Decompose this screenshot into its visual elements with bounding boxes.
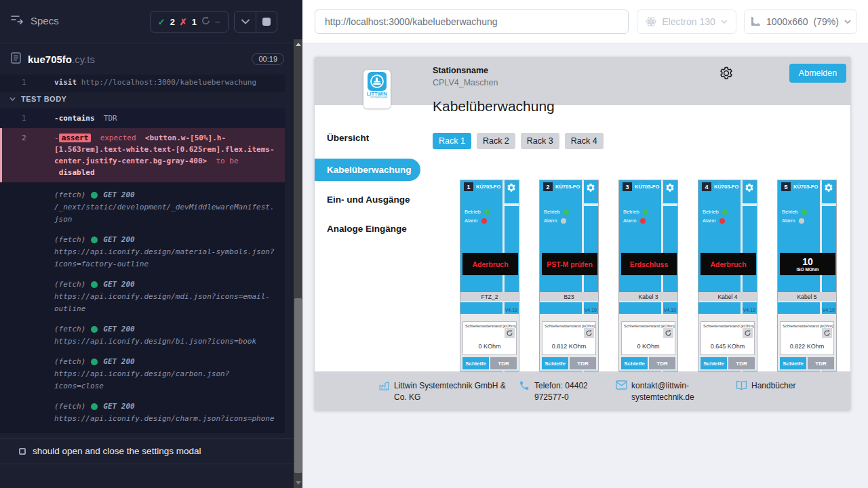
- fetch-log-row[interactable]: (fetch)GET 200/_next/static/development/…: [0, 189, 285, 234]
- footer-item-book[interactable]: Handbücher: [736, 380, 795, 392]
- fetch-log-row[interactable]: (fetch)GET 200https://api.iconify.design…: [0, 323, 285, 356]
- collapse-button[interactable]: [235, 12, 256, 32]
- firmware-version: V4.19: [743, 308, 755, 312]
- fetch-log-row[interactable]: (fetch)GET 200https://api.iconify.design…: [0, 356, 285, 401]
- resistance-value: 0.645 KOhm: [701, 343, 754, 350]
- specs-title[interactable]: Specs: [11, 14, 59, 27]
- schleife-button[interactable]: Schleife: [621, 357, 648, 369]
- card-model-label: KÜ705-FO: [555, 184, 580, 190]
- cable-name-bar: B23: [540, 292, 598, 301]
- app-footer: Littwin Systemtechnik GmbH & Co. KGTelef…: [315, 371, 850, 410]
- visit-url: http://localhost:3000/kabelueberwachung: [81, 78, 256, 87]
- betrieb-led-row: Betrieb: [544, 209, 569, 215]
- rack-tab-2[interactable]: Rack 2: [477, 133, 515, 149]
- betrieb-led: [564, 209, 569, 215]
- test-body-header[interactable]: TEST BODY: [0, 95, 66, 103]
- line-number: 1: [22, 77, 26, 88]
- browser-select[interactable]: Electron 130: [637, 9, 736, 34]
- failed-x-icon: ✗: [180, 17, 187, 27]
- pending-test-title: should open and close the settings modal: [33, 446, 201, 456]
- viewport-select[interactable]: 1000x660 (79%): [744, 9, 857, 34]
- nav-item-kabel-berwachung[interactable]: Kabelüberwachung: [315, 159, 420, 181]
- rack-tab-3[interactable]: Rack 3: [521, 133, 559, 149]
- rack-tab-1[interactable]: Rack 1: [433, 133, 471, 149]
- footer-text: Handbücher: [751, 380, 795, 392]
- scroll-down-arrow[interactable]: [296, 481, 301, 485]
- settings-gear-icon[interactable]: [718, 65, 734, 81]
- assert-expected: expected: [100, 134, 136, 142]
- tdr-button[interactable]: TDR: [490, 357, 517, 369]
- betrieb-led-row: Betrieb: [782, 209, 807, 215]
- module-card: 2 KÜ705-FO Betrieb Alarm PST-M prüfen B2…: [539, 180, 599, 371]
- fetch-log-row[interactable]: (fetch)GET 200https://api.iconify.design…: [0, 234, 285, 279]
- cable-name-bar: FTZ_2: [460, 292, 519, 301]
- fetch-log-row[interactable]: (fetch)GET 200https://api.iconify.design…: [0, 279, 285, 323]
- alarm-label: Alarm: [465, 218, 478, 224]
- pending-test-row[interactable]: should open and close the settings modal: [0, 439, 294, 464]
- assert-state: disabled: [59, 168, 95, 177]
- fetch-log-row[interactable]: (fetch)GET 200https://api.iconify.design…: [0, 401, 285, 433]
- tdr-button[interactable]: TDR: [570, 357, 596, 369]
- refresh-icon[interactable]: [505, 328, 515, 338]
- resistance-value: 0.822 KOhm: [781, 343, 833, 350]
- tdr-button[interactable]: TDR: [649, 357, 675, 369]
- viewport-zoom: (79%): [814, 16, 839, 27]
- refresh-icon[interactable]: [822, 328, 832, 338]
- browser-name: Electron 130: [662, 16, 715, 27]
- chevron-down-icon: [721, 20, 728, 24]
- card-gear-icon[interactable]: [665, 182, 675, 193]
- resistance-label: Schleifenwiderstand [kOhm]: [622, 322, 675, 328]
- specs-menu-icon[interactable]: [11, 14, 24, 27]
- alarm-label: Alarm: [623, 218, 637, 224]
- betrieb-label: Betrieb: [782, 209, 798, 215]
- schleife-button[interactable]: Schleife: [462, 357, 489, 369]
- resistance-box: Schleifenwiderstand [kOhm] 0.812 KOhm: [542, 321, 596, 355]
- scroll-up-arrow[interactable]: [296, 43, 301, 46]
- scrollbar-thumb[interactable]: [294, 298, 302, 473]
- module-card: 4 KÜ705-FO Betrieb Alarm Aderbruch Kabel…: [698, 180, 757, 371]
- runner-scrollbar[interactable]: [294, 39, 302, 488]
- contains-command-row[interactable]: 1 -contains TDR: [0, 108, 285, 128]
- tdr-button[interactable]: TDR: [808, 357, 834, 369]
- cable-name-bar: Kabel 4: [698, 292, 757, 301]
- schleife-button[interactable]: Schleife: [542, 357, 568, 369]
- assert-failed-row[interactable]: 2 -assert expected <button.w-[50%].h-[1.…: [0, 128, 285, 182]
- tdr-button[interactable]: TDR: [728, 357, 755, 369]
- schleife-button[interactable]: Schleife: [701, 357, 727, 369]
- viewport-size: 1000x660: [766, 16, 808, 27]
- alarm-led-row: Alarm: [623, 218, 646, 224]
- firmware-version: V4.19: [823, 308, 835, 312]
- cable-name-bar: Kabel 3: [619, 292, 677, 301]
- email-icon: [616, 380, 627, 392]
- card-number-badge: 1: [464, 182, 473, 191]
- failed-count: 1: [192, 17, 197, 27]
- betrieb-led-row: Betrieb: [703, 209, 728, 215]
- alarm-label: Alarm: [703, 218, 716, 224]
- refresh-icon[interactable]: [663, 328, 673, 338]
- fetch-status: GET 200: [103, 401, 134, 413]
- nav-item-ein-und-ausg-nge[interactable]: Ein- und Ausgänge: [315, 189, 420, 210]
- fetch-label: (fetch): [54, 189, 85, 201]
- alarm-led-row: Alarm: [465, 218, 487, 224]
- logout-button[interactable]: Abmelden: [789, 64, 846, 83]
- nav-item-analoge-eing-nge[interactable]: Analoge Eingänge: [315, 218, 420, 239]
- card-gear-icon[interactable]: [744, 182, 755, 193]
- card-gear-icon[interactable]: [506, 182, 517, 193]
- refresh-icon[interactable]: [743, 328, 753, 338]
- card-gear-icon[interactable]: [585, 182, 596, 193]
- url-input[interactable]: [315, 9, 629, 34]
- resistance-box: Schleifenwiderstand [kOhm] 0 KOhm: [621, 321, 675, 355]
- nav-item--bersicht[interactable]: Übersicht: [315, 127, 420, 148]
- visit-command-row[interactable]: 1 visit http://localhost:3000/kabelueber…: [0, 77, 285, 88]
- schleife-button[interactable]: Schleife: [780, 357, 806, 369]
- resistance-label: Schleifenwiderstand [kOhm]: [542, 322, 595, 328]
- betrieb-led: [643, 209, 648, 215]
- alarm-label: Alarm: [782, 218, 795, 224]
- refresh-icon[interactable]: [584, 328, 594, 338]
- spec-file-row[interactable]: kue705fo.cy.ts 00:19: [0, 43, 294, 75]
- rack-tab-4[interactable]: Rack 4: [565, 133, 604, 149]
- card-gear-icon[interactable]: [823, 182, 834, 193]
- fetch-url: https://api.iconify.design/charm.json?ic…: [54, 413, 275, 425]
- stop-button[interactable]: [256, 12, 277, 32]
- betrieb-label: Betrieb: [544, 209, 560, 215]
